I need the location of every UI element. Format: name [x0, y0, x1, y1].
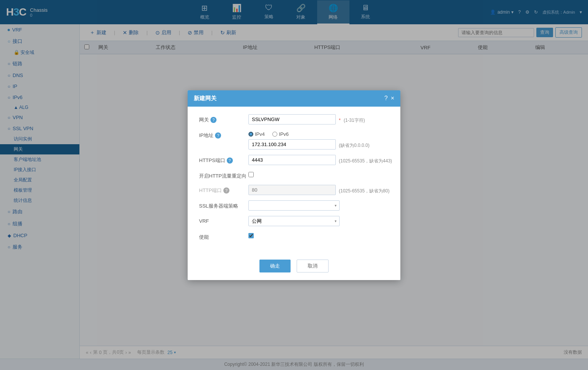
gateway-help-icon[interactable]: ? — [210, 117, 217, 123]
http-port-row: HTTP端口 ? (1025-65535，缺省为80) — [199, 185, 389, 195]
ipv6-radio[interactable] — [272, 132, 277, 137]
http-redirect-row: 开启HTTP流量重定向 — [199, 170, 389, 179]
gateway-input[interactable] — [248, 114, 336, 124]
modal-close-btn[interactable]: × — [391, 95, 394, 102]
confirm-button[interactable]: 确走 — [259, 260, 291, 272]
http-port-help-icon[interactable]: ? — [223, 187, 229, 194]
ip-address-row: IP地址 ? IPv4 IPv6 — [199, 130, 389, 150]
gateway-hint: (1-31字符) — [344, 115, 365, 124]
modal-overlay: 新建网关 ? × 网关 ? * (1-31字符) — [0, 0, 588, 370]
modal-title: 新建网关 — [194, 95, 217, 102]
modal-help-btn[interactable]: ? — [384, 95, 388, 102]
http-redirect-label: 开启HTTP流量重定向 — [199, 170, 248, 179]
ip-version-radio-group: IPv4 IPv6 — [248, 130, 389, 137]
gateway-field-row: 网关 ? * (1-31字符) — [199, 114, 389, 124]
https-port-field: (1025-65535，缺省为443) — [248, 155, 392, 165]
confirm-label: 确走 — [270, 263, 280, 269]
vrf-select[interactable]: 公网 — [248, 216, 340, 226]
ip-address-input[interactable] — [248, 139, 336, 150]
ip-hint: (缺省为0.0.0.0) — [339, 140, 370, 149]
ipv4-radio[interactable] — [248, 132, 253, 137]
http-redirect-field — [248, 170, 389, 177]
ipv4-radio-label[interactable]: IPv4 — [248, 131, 265, 137]
https-port-input[interactable] — [248, 155, 336, 165]
http-port-input[interactable] — [248, 185, 336, 195]
ipv4-label: IPv4 — [255, 131, 265, 137]
ipv6-radio-label[interactable]: IPv6 — [272, 131, 289, 137]
https-port-row: HTTPS端口 ? (1025-65535，缺省为443) — [199, 155, 389, 165]
ip-help-icon[interactable]: ? — [215, 132, 221, 139]
https-port-label: HTTPS端口 ? — [199, 155, 248, 164]
enable-label: 使能 — [199, 231, 248, 241]
http-port-hint: (1025-65535，缺省为80) — [339, 186, 389, 194]
vrf-row: VRF 公网 ▾ — [199, 216, 389, 226]
enable-field — [248, 231, 389, 238]
vrf-field: 公网 ▾ — [248, 216, 389, 226]
https-port-help-icon[interactable]: ? — [227, 157, 233, 164]
ssl-policy-row: SSL服务器端策略 ▾ — [199, 200, 389, 211]
cancel-label: 取消 — [308, 263, 318, 269]
ssl-policy-select[interactable] — [248, 200, 340, 211]
http-redirect-checkbox[interactable] — [248, 172, 254, 177]
modal-header: 新建网关 ? × — [188, 90, 400, 107]
enable-checkbox[interactable] — [248, 233, 254, 238]
ssl-policy-label: SSL服务器端策略 — [199, 200, 248, 209]
new-gateway-modal: 新建网关 ? × 网关 ? * (1-31字符) — [188, 90, 400, 280]
modal-body: 网关 ? * (1-31字符) IP地址 ? — [188, 107, 400, 253]
modal-footer: 确走 取消 — [188, 253, 400, 280]
enable-row: 使能 — [199, 231, 389, 241]
http-port-label: HTTP端口 ? — [199, 185, 248, 194]
ipv6-label: IPv6 — [279, 131, 289, 137]
http-port-field: (1025-65535，缺省为80) — [248, 185, 389, 195]
ip-address-label: IP地址 ? — [199, 130, 248, 139]
gateway-label: 网关 ? — [199, 114, 248, 123]
vrf-label: VRF — [199, 216, 248, 224]
https-port-hint: (1025-65535，缺省为443) — [339, 156, 392, 164]
gateway-required: * — [339, 115, 341, 123]
gateway-field: * (1-31字符) — [248, 114, 389, 124]
ip-field: IPv4 IPv6 (缺省为0.0.0.0) — [248, 130, 389, 150]
ssl-policy-field: ▾ — [248, 200, 389, 211]
cancel-button[interactable]: 取消 — [297, 260, 329, 272]
